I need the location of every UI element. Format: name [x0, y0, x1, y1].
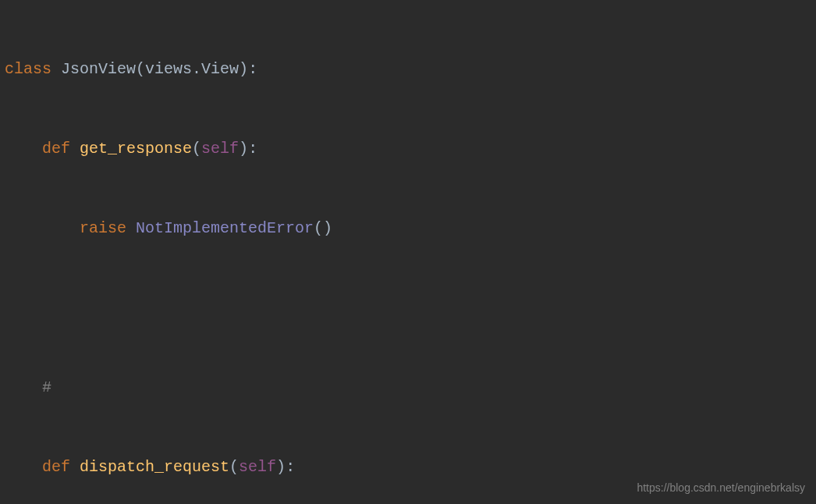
paren: ( — [229, 454, 239, 481]
comment: # — [42, 374, 51, 401]
parens: () — [314, 215, 332, 242]
code-line[interactable]: def get_response(self): — [5, 136, 816, 162]
paren: ) — [239, 56, 248, 83]
keyword-class: class — [5, 56, 51, 83]
code-editor[interactable]: class JsonView(views.View): def get_resp… — [0, 0, 816, 504]
indent — [5, 374, 42, 401]
colon: : — [286, 454, 295, 481]
class-name: JsonView — [61, 56, 136, 83]
indent — [5, 215, 80, 242]
space — [70, 454, 80, 481]
builtin-exception: NotImplementedError — [136, 215, 314, 242]
watermark-text: https://blog.csdn.net/enginebrkalsy — [637, 479, 805, 498]
code-line[interactable]: class JsonView(views.View): — [5, 56, 816, 83]
code-line[interactable] — [5, 295, 816, 321]
code-line[interactable]: raise NotImplementedError() — [5, 215, 816, 242]
keyword-def: def — [42, 454, 70, 481]
identifier: View — [201, 56, 239, 83]
colon: : — [248, 56, 257, 83]
colon: : — [248, 136, 257, 162]
paren: ) — [276, 454, 286, 481]
space — [126, 215, 136, 242]
identifier: views — [145, 56, 192, 83]
space — [70, 136, 80, 162]
param-self: self — [239, 454, 276, 481]
dot: . — [192, 56, 201, 83]
param-self: self — [201, 136, 239, 162]
code-line[interactable]: def dispatch_request(self): — [5, 454, 816, 481]
indent — [5, 136, 42, 162]
indent — [5, 454, 42, 481]
function-name: dispatch_request — [80, 454, 229, 481]
keyword-def: def — [42, 136, 70, 162]
paren: ) — [239, 136, 248, 162]
paren: ( — [136, 56, 145, 83]
function-name: get_response — [80, 136, 192, 162]
code-line[interactable]: # — [5, 374, 816, 401]
keyword-raise: raise — [80, 215, 126, 242]
space — [51, 56, 61, 83]
paren: ( — [192, 136, 201, 162]
